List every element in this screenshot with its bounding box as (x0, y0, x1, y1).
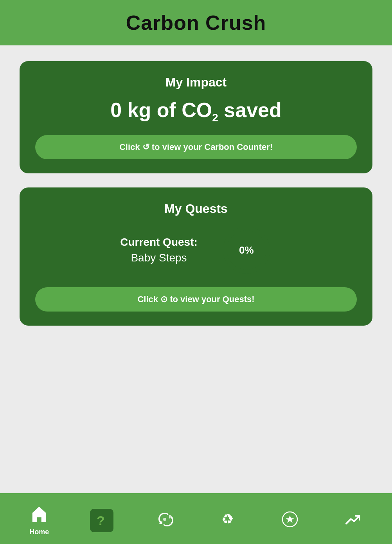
impact-value: 0 kg of CO2 saved (35, 98, 357, 124)
svg-text:♻: ♻ (221, 512, 233, 526)
recycle-icon: ♻ (218, 510, 236, 531)
quest-info: Current Quest: Baby Steps (120, 236, 198, 264)
impact-co2-subscript: 2 (212, 112, 218, 124)
star-circle-icon (281, 510, 299, 531)
nav-item-home[interactable]: Home (23, 505, 55, 536)
bottom-nav: Home ? ♻ (0, 493, 392, 544)
impact-value-prefix: 0 kg of CO (110, 99, 212, 121)
nav-item-carbon-counter[interactable] (149, 510, 180, 531)
home-icon (30, 505, 48, 526)
current-quest-name: Baby Steps (120, 252, 198, 264)
current-quest-label: Current Quest: (120, 236, 198, 249)
quest-progress-circle: 0% (221, 225, 272, 276)
question-icon: ? (90, 509, 113, 532)
main-content: My Impact 0 kg of CO2 saved Click ↺ to v… (0, 45, 392, 493)
impact-card-title: My Impact (35, 75, 357, 90)
impact-value-suffix: saved (218, 99, 282, 121)
quests-card-title: My Quests (35, 202, 357, 216)
nav-item-stats[interactable] (337, 510, 369, 531)
svg-text:?: ? (97, 513, 105, 528)
trending-up-icon (344, 510, 362, 531)
svg-point-3 (163, 518, 166, 521)
carbon-counter-button[interactable]: Click ↺ to view your Carbon Counter! (35, 135, 357, 159)
quest-content: Current Quest: Baby Steps 0% (35, 225, 357, 276)
nav-item-unknown[interactable]: ? (86, 509, 117, 532)
nav-item-quests[interactable] (274, 510, 306, 531)
recycle-arrow-icon (156, 510, 174, 531)
app-header: Carbon Crush (0, 0, 392, 45)
quests-card: My Quests Current Quest: Baby Steps 0% C… (20, 187, 372, 326)
impact-card: My Impact 0 kg of CO2 saved Click ↺ to v… (20, 61, 372, 173)
quests-button[interactable]: Click ⊙ to view your Quests! (35, 287, 357, 312)
nav-item-recycle[interactable]: ♻ (212, 510, 243, 531)
app-title: Carbon Crush (8, 11, 384, 34)
quest-progress-percent: 0% (239, 244, 254, 256)
nav-label-home: Home (29, 528, 49, 536)
